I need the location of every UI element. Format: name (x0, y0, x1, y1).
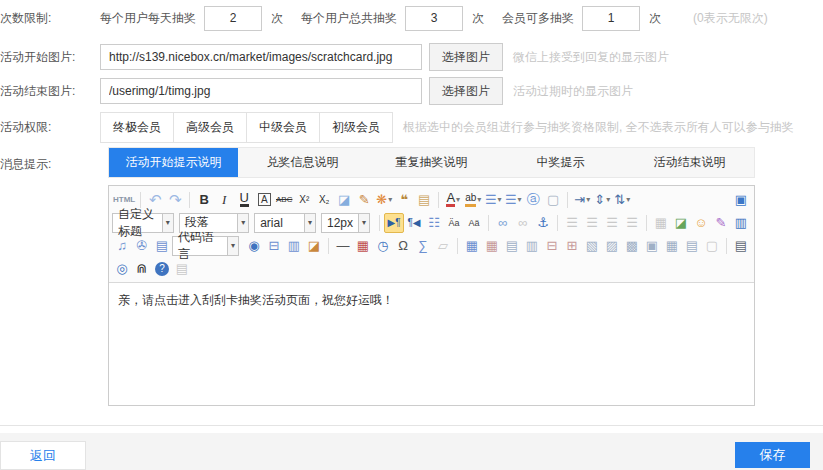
italic-icon[interactable]: I (214, 190, 234, 210)
insert-image-icon[interactable]: ◪ (671, 213, 691, 233)
toolbar-row-1: HTML↶↷BIUAABCX²X₂◪✎❋▾❝▤A▾ab▾☰▾☰▾ⓐ▢⇥▾⇕▾⇅▾… (112, 188, 751, 211)
delete-row-icon[interactable]: ⊟ (542, 236, 562, 256)
message-tab[interactable]: 中奖提示 (496, 148, 625, 177)
image-icon[interactable]: ▦ (651, 213, 671, 233)
ordered-list-icon[interactable]: ☰▾ (483, 190, 503, 210)
subscript-icon[interactable]: X₂ (314, 190, 334, 210)
split-cell-icon[interactable]: ▨ (602, 236, 622, 256)
font-family-select-value: arial (260, 216, 283, 230)
start-image-input[interactable] (100, 44, 422, 70)
editor-toolbar: HTML↶↷BIUAABCX²X₂◪✎❋▾❝▤A▾ab▾☰▾☰▾ⓐ▢⇥▾⇕▾⇅▾… (109, 186, 754, 283)
anchor-icon[interactable]: ⚓ (533, 213, 553, 233)
merge-cells-icon[interactable]: ▧ (582, 236, 602, 256)
dir-ltr-icon[interactable]: ▶¶ (384, 213, 404, 233)
superscript-icon[interactable]: X² (294, 190, 314, 210)
end-image-input[interactable] (100, 78, 422, 104)
help-icon[interactable]: ? (152, 259, 172, 279)
unlink-icon[interactable]: ∞ (513, 213, 533, 233)
align-justify-icon[interactable]: ☰ (622, 213, 642, 233)
insert-row-icon[interactable]: ▤ (502, 236, 522, 256)
indent-icon[interactable]: ⇥▾ (572, 190, 592, 210)
anchor-inline-icon[interactable]: ⓐ (523, 190, 543, 210)
limit-hint: (0表示无限次) (693, 10, 768, 27)
message-tab[interactable]: 重复抽奖说明 (367, 148, 496, 177)
link-icon[interactable]: ∞ (493, 213, 513, 233)
font-color-icon[interactable]: A▾ (443, 190, 463, 210)
code-language-select[interactable]: 代码语言▾ (172, 236, 239, 256)
template-icon[interactable]: ▤ (152, 236, 172, 256)
columns-icon[interactable]: ▥ (284, 236, 304, 256)
split-cols-icon[interactable]: ▣ (642, 236, 662, 256)
start-image-pick-button[interactable]: 选择图片 (429, 43, 503, 71)
table-sort-icon[interactable]: ▤ (682, 236, 702, 256)
message-tab[interactable]: 活动结束说明 (625, 148, 754, 177)
bold-icon[interactable]: B (194, 190, 214, 210)
limit-field-input[interactable] (582, 6, 640, 31)
find-replace-icon[interactable]: ⋒ (132, 259, 152, 279)
dir-rtl-icon[interactable]: ¶◀ (404, 213, 424, 233)
limit-field-input[interactable] (405, 6, 463, 31)
permission-option-button[interactable]: 中级会员 (247, 112, 320, 143)
bordered-text-icon[interactable]: A (254, 190, 274, 210)
scrawl-icon[interactable]: ✎ (711, 213, 731, 233)
permission-option-button[interactable]: 初级会员 (320, 112, 393, 143)
time-icon[interactable]: ◷ (373, 236, 393, 256)
underline-icon[interactable]: U (234, 190, 254, 210)
auto-typeset-icon[interactable]: ❋▾ (374, 190, 394, 210)
delete-col-icon[interactable]: ⊞ (562, 236, 582, 256)
unordered-list-icon[interactable]: ☰▾ (503, 190, 523, 210)
case-lower-icon[interactable]: Aä (464, 213, 484, 233)
align-left-icon[interactable]: ☰ (562, 213, 582, 233)
permission-option-button[interactable]: 终极会员 (100, 112, 174, 143)
case-upper-icon[interactable]: Äa (444, 213, 464, 233)
date-icon[interactable]: ▦ (353, 236, 373, 256)
eraser-icon[interactable]: ◪ (334, 190, 354, 210)
attachment-icon[interactable]: ✇ (132, 236, 152, 256)
message-tab[interactable]: 兑奖信息说明 (238, 148, 367, 177)
snapshot-icon[interactable]: ◪ (304, 236, 324, 256)
insert-video-icon[interactable]: ▥ (731, 213, 751, 233)
preview-icon[interactable]: ◎ (112, 259, 132, 279)
delete-table-icon[interactable]: ▦ (482, 236, 502, 256)
limit-field-input[interactable] (204, 6, 262, 31)
message-tab[interactable]: 活动开始提示说明 (109, 148, 238, 177)
align-right-icon[interactable]: ☰ (602, 213, 622, 233)
paragraph-spacing-icon[interactable]: ⇕▾ (592, 190, 612, 210)
limit-field: 每个用户总共抽奖次 (301, 6, 484, 31)
music-icon[interactable]: ♫ (112, 236, 132, 256)
print-icon[interactable]: ▤ (731, 236, 751, 256)
style-select[interactable]: 自定义标题▾ (112, 213, 174, 233)
format-painter-icon[interactable]: ✎ (354, 190, 374, 210)
pagebreak-icon[interactable]: ⊟ (264, 236, 284, 256)
emoticon-icon[interactable]: ☺ (691, 213, 711, 233)
end-image-pick-button[interactable]: 选择图片 (429, 77, 503, 105)
insert-col-icon[interactable]: ▥ (522, 236, 542, 256)
doc-icon[interactable]: ▢ (702, 236, 722, 256)
font-family-select[interactable]: arial▾ (254, 213, 316, 233)
editor-content[interactable]: 亲，请点击进入刮刮卡抽奖活动页面，祝您好运哦！ (109, 283, 754, 405)
align-center-icon[interactable]: ☰ (582, 213, 602, 233)
paragraph-format-icon[interactable]: ☷ (424, 213, 444, 233)
horizontal-rule-icon[interactable]: — (333, 236, 353, 256)
split-rows-icon[interactable]: ▩ (622, 236, 642, 256)
line-spacing-icon[interactable]: ⇅▾ (612, 190, 632, 210)
special-char-icon[interactable]: Ω (393, 236, 413, 256)
blockquote-icon[interactable]: ❝ (394, 190, 414, 210)
back-button[interactable]: 返回 (0, 441, 86, 470)
map-icon[interactable]: ◉ (244, 236, 264, 256)
blank-doc-icon[interactable]: ▢ (543, 190, 563, 210)
fullscreen-icon[interactable]: ▣ (731, 190, 751, 210)
insert-table-icon[interactable]: ▦ (462, 236, 482, 256)
save-button[interactable]: 保存 (735, 442, 810, 468)
paste-as-text-icon[interactable]: ▤ (414, 190, 434, 210)
chart-icon[interactable]: ▱ (433, 236, 453, 256)
font-size-select[interactable]: 12px▾ (321, 213, 370, 233)
paste-icon[interactable]: ▤ (172, 259, 192, 279)
permission-option-button[interactable]: 高级会员 (174, 112, 247, 143)
table-header-icon[interactable]: ▦ (662, 236, 682, 256)
redo-icon[interactable]: ↷ (165, 190, 185, 210)
highlight-color-icon[interactable]: ab▾ (463, 190, 483, 210)
strikethrough-icon[interactable]: ABC (274, 190, 294, 210)
formula-icon[interactable]: ∑ (413, 236, 433, 256)
limit-field-suffix: 次 (271, 10, 283, 27)
